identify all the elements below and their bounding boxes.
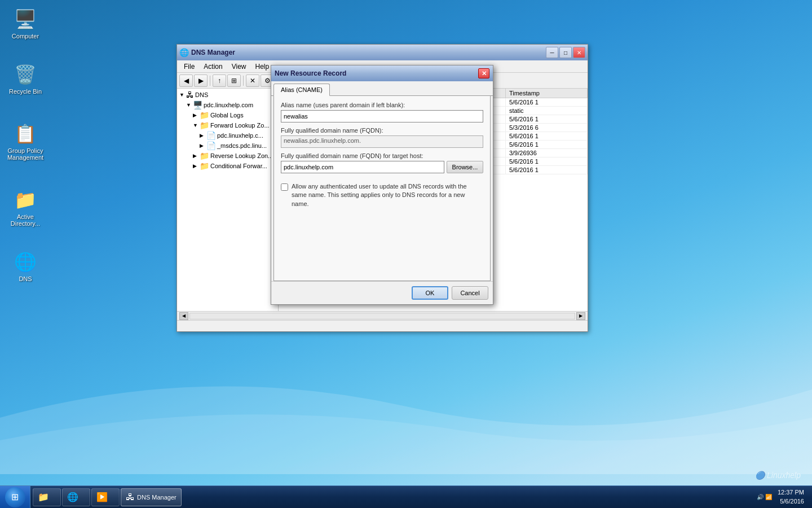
cell-timestamp: 5/3/2016 6: [505, 124, 587, 132]
dialog-tabs: Alias (CNAME): [271, 81, 493, 96]
fqdn-label: Fully qualified domain name (FQDN):: [281, 127, 483, 134]
dialog-titlebar[interactable]: New Resource Record ✕: [271, 65, 493, 81]
tab-alias-cname[interactable]: Alias (CNAME): [273, 84, 330, 96]
tree-conditional-forward[interactable]: ▶ 📁 Conditional Forwar...: [177, 161, 278, 171]
tree-root-dns[interactable]: ▼ 🖧 DNS: [177, 90, 278, 100]
recycle-bin-icon: 🗑️: [14, 63, 37, 86]
allow-update-label: Allow any authenticated user to update a…: [292, 182, 483, 208]
tree-msdcs[interactable]: ▶ 📄 _msdcs.pdc.linu...: [177, 141, 278, 151]
menu-action[interactable]: Action: [199, 62, 227, 72]
new-resource-record-dialog: New Resource Record ✕ Alias (CNAME) Alia…: [271, 65, 493, 305]
windows-logo: ⊞: [11, 492, 19, 502]
computer-label: Computer: [5, 33, 46, 40]
scrollbar-right[interactable]: ▶: [576, 312, 585, 320]
cell-timestamp: 5/6/2016 1: [505, 98, 587, 107]
toolbar-btn1[interactable]: ↑: [213, 75, 226, 87]
allow-update-row: Allow any authenticated user to update a…: [281, 182, 483, 208]
explorer-icon: 📁: [38, 492, 49, 502]
toolbar-delete[interactable]: ✕: [246, 75, 259, 87]
cell-timestamp: 5/6/2016 1: [505, 141, 587, 149]
tree-reverse-lookup[interactable]: ▶ 📁 Reverse Lookup Zon...: [177, 151, 278, 161]
taskbar-items: 📁 🌐 ▶️ 🖧 DNS Manager: [30, 488, 752, 506]
dns-manager-taskbar-label: DNS Manager: [137, 494, 176, 501]
toolbar-sep2: [243, 76, 244, 86]
clock-date: 5/6/2016: [778, 497, 804, 506]
desktop-icon-group-policy[interactable]: 📋 Group Policy Management: [3, 120, 48, 163]
scrollbar-left[interactable]: ◀: [179, 312, 188, 320]
taskbar-tray: 🔊 📶 12:37 PM 5/6/2016: [752, 488, 812, 506]
recycle-bin-label: Recycle Bin: [5, 88, 46, 95]
dns-manager-taskbar-icon: 🖧: [126, 492, 135, 502]
computer-icon: 🖥️: [14, 8, 37, 30]
taskbar-explorer[interactable]: 📁: [33, 488, 61, 506]
dialog-content: Alias name (uses parent domain if left b…: [273, 96, 491, 281]
cell-timestamp: 5/6/2016 1: [505, 132, 587, 141]
active-directory-label: Active Directory...: [5, 213, 46, 227]
alias-name-label: Alias name (uses parent domain if left b…: [281, 102, 483, 108]
start-button[interactable]: ⊞: [0, 486, 30, 509]
menu-view[interactable]: View: [227, 62, 251, 72]
toolbar-sep1: [210, 76, 210, 86]
cancel-button[interactable]: Cancel: [452, 286, 488, 300]
active-directory-icon: 📁: [14, 189, 37, 211]
dns-maximize-button[interactable]: □: [559, 47, 572, 58]
dns-tree-panel: ▼ 🖧 DNS ▼ 🖥️ pdc.linuxhelp.com ▶ 📁 Globa…: [177, 89, 279, 311]
group-policy-icon: 📋: [14, 122, 37, 145]
cell-timestamp: 5/6/2016 1: [505, 157, 587, 166]
media-icon: ▶️: [96, 492, 108, 502]
clock[interactable]: 12:37 PM 5/6/2016: [774, 488, 807, 506]
dialog-footer: OK Cancel: [271, 281, 493, 304]
target-fqdn-label: Fully qualified domain name (FQDN) for t…: [281, 152, 483, 159]
taskbar-dns-manager[interactable]: 🖧 DNS Manager: [121, 488, 182, 506]
taskbar: ⊞ 📁 🌐 ▶️ 🖧 DNS Manager 🔊 📶 12:37 PM 5/6/…: [0, 485, 812, 508]
alias-name-input[interactable]: [281, 110, 483, 122]
desktop-icon-computer[interactable]: 🖥️ Computer: [3, 6, 48, 42]
dns-titlebar[interactable]: 🌐 DNS Manager ─ □ ✕: [177, 45, 588, 60]
tree-forward-lookup[interactable]: ▼ 📁 Forward Lookup Zo...: [177, 120, 278, 130]
watermark: 🔵 Linuxhelp: [755, 471, 801, 480]
desktop-icon-dns[interactable]: 🌐 DNS: [3, 248, 48, 284]
dns-close-button[interactable]: ✕: [573, 47, 585, 58]
clock-time: 12:37 PM: [778, 488, 804, 497]
toolbar-btn2[interactable]: ⊞: [227, 75, 241, 87]
toolbar-forward[interactable]: ▶: [194, 75, 208, 87]
target-fqdn-row: Browse...: [281, 161, 483, 173]
dns-title-icon: 🌐: [179, 48, 189, 57]
group-policy-label: Group Policy Management: [5, 147, 46, 161]
target-fqdn-input[interactable]: [281, 161, 444, 173]
taskbar-media[interactable]: ▶️: [91, 488, 120, 506]
desktop-icon-recycle-bin[interactable]: 🗑️ Recycle Bin: [3, 61, 48, 97]
dns-minimize-button[interactable]: ─: [546, 47, 558, 58]
cell-timestamp: 5/6/2016 1: [505, 115, 587, 124]
dns-scrollbar-area: ◀ ▶: [177, 311, 588, 320]
browse-button[interactable]: Browse...: [447, 161, 483, 173]
cell-timestamp: static: [505, 107, 587, 115]
col-timestamp[interactable]: Timestamp: [505, 89, 587, 98]
desktop-icon-active-directory[interactable]: 📁 Active Directory...: [3, 186, 48, 229]
menu-file[interactable]: File: [179, 62, 199, 72]
tree-server[interactable]: ▼ 🖥️ pdc.linuxhelp.com: [177, 100, 278, 110]
cell-timestamp: 3/9/26936: [505, 149, 587, 157]
ok-button[interactable]: OK: [412, 286, 448, 300]
dialog-title-text: New Resource Record: [275, 69, 478, 77]
ie-icon: 🌐: [67, 492, 78, 502]
tree-pdc[interactable]: ▶ 📄 pdc.linuxhelp.c...: [177, 130, 278, 141]
toolbar-back[interactable]: ◀: [179, 75, 193, 87]
tree-global-logs[interactable]: ▶ 📁 Global Logs: [177, 110, 278, 120]
cell-timestamp: 5/6/2016 1: [505, 166, 587, 174]
dns-label: DNS: [5, 275, 46, 282]
dns-icon: 🌐: [14, 251, 37, 273]
dialog-close-button[interactable]: ✕: [478, 68, 489, 78]
fqdn-display: newalias.pdc.linuxhelp.com.: [281, 135, 483, 148]
tray-icons: 🔊 📶: [757, 494, 772, 500]
scrollbar-track[interactable]: [189, 313, 575, 319]
dns-window-controls: ─ □ ✕: [546, 47, 585, 58]
taskbar-ie[interactable]: 🌐: [62, 488, 90, 506]
allow-update-checkbox[interactable]: [281, 183, 288, 191]
dns-status-bar: [177, 320, 588, 331]
start-orb: ⊞: [5, 487, 25, 507]
dns-title-text: DNS Manager: [191, 49, 544, 56]
